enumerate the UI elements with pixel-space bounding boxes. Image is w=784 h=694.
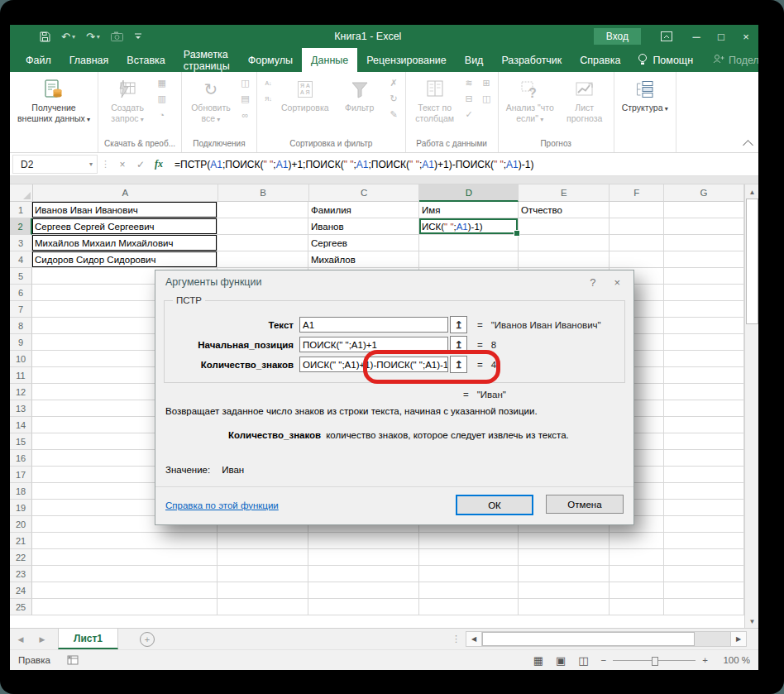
- cell-E21[interactable]: [519, 533, 610, 549]
- cell-B21[interactable]: [218, 533, 308, 549]
- cell-G14[interactable]: [664, 417, 744, 433]
- zoom-level[interactable]: 100 %: [720, 655, 750, 665]
- reapply-filter-icon[interactable]: ↻: [387, 93, 401, 105]
- page-break-view-icon[interactable]: ◫: [578, 654, 588, 667]
- properties-icon[interactable]: ▤: [238, 93, 252, 105]
- horizontal-scrollbar[interactable]: ◀ ▶: [466, 629, 747, 649]
- collapse-dialog-icon[interactable]: ↥: [450, 356, 467, 373]
- cell-D3[interactable]: [419, 235, 519, 251]
- ribbon-button-forecast-sheet[interactable]: Листпрогноза: [560, 74, 610, 123]
- cell-F2[interactable]: [610, 218, 664, 235]
- cell-G21[interactable]: [664, 533, 744, 549]
- save-icon[interactable]: [40, 31, 50, 42]
- cell-G5[interactable]: [664, 268, 744, 285]
- cell-A2[interactable]: Сергеев Сергей Сергеевич: [32, 218, 218, 235]
- cell-C4[interactable]: Михайлов: [308, 251, 419, 268]
- cell-F23[interactable]: [610, 566, 664, 582]
- maximize-button[interactable]: □: [709, 25, 734, 48]
- cell-G12[interactable]: [664, 384, 744, 400]
- from-table-icon[interactable]: ▥: [155, 93, 169, 105]
- ribbon-button-filter[interactable]: Фильтр: [335, 74, 385, 113]
- cell-B22[interactable]: [218, 549, 308, 566]
- cell-G22[interactable]: [664, 549, 744, 566]
- cell-C2[interactable]: Иванов: [308, 218, 419, 235]
- row-header-11[interactable]: 11: [10, 367, 32, 384]
- cell-D22[interactable]: [419, 549, 519, 566]
- row-header-19[interactable]: 19: [10, 500, 32, 516]
- collapse-dialog-icon[interactable]: ↥: [450, 336, 467, 353]
- consolidate-icon[interactable]: ⊞: [480, 77, 494, 89]
- cell-G8[interactable]: [664, 318, 744, 334]
- cell-G24[interactable]: [664, 582, 744, 599]
- row-header-6[interactable]: 6: [10, 285, 32, 301]
- cell-C3[interactable]: Сергеев: [308, 235, 419, 251]
- cell-G20[interactable]: [664, 516, 744, 533]
- insert-function-button[interactable]: fx: [150, 158, 168, 170]
- row-header-14[interactable]: 14: [10, 417, 32, 433]
- redo-dropdown-icon[interactable]: ▾: [97, 33, 100, 41]
- cancel-entry-button[interactable]: ×: [113, 159, 131, 170]
- tab-formulas[interactable]: Формулы: [239, 48, 302, 72]
- cell-G3[interactable]: [664, 235, 744, 251]
- clear-filter-icon[interactable]: ✗: [387, 77, 401, 89]
- cell-E3[interactable]: [519, 235, 610, 251]
- cell-A21[interactable]: [32, 533, 218, 549]
- undo-button[interactable]: ↶▾: [61, 31, 75, 43]
- customize-qat-button[interactable]: [134, 32, 142, 41]
- argument-input-char-count[interactable]: ОИСК(" ";A1)+1)-ПОИСК(" ";A1)-1: [299, 357, 448, 372]
- cell-C1[interactable]: Фамилия: [308, 202, 419, 218]
- column-header-C[interactable]: C: [309, 184, 420, 202]
- row-header-16[interactable]: 16: [10, 450, 32, 467]
- cell-F22[interactable]: [610, 549, 664, 566]
- cell-D21[interactable]: [419, 533, 519, 549]
- cell-G23[interactable]: [664, 566, 744, 582]
- cell-G15[interactable]: [664, 433, 744, 450]
- tab-splitter-handle[interactable]: ⋮: [447, 634, 466, 644]
- cell-G25[interactable]: [664, 599, 744, 615]
- cell-G18[interactable]: [664, 483, 744, 500]
- cell-G7[interactable]: [664, 301, 744, 318]
- dialog-close-icon[interactable]: ×: [614, 276, 620, 289]
- sort-ascending-icon[interactable]: А↓: [261, 77, 275, 89]
- ok-button[interactable]: ОК: [456, 495, 533, 515]
- cell-G6[interactable]: [664, 285, 744, 301]
- sort-descending-icon[interactable]: Я↓: [261, 93, 275, 105]
- cell-G10[interactable]: [664, 351, 744, 367]
- flash-fill-icon[interactable]: ≋: [462, 77, 476, 89]
- tab-file[interactable]: Файл: [17, 48, 60, 72]
- zoom-slider-thumb[interactable]: [652, 657, 658, 666]
- cell-F21[interactable]: [610, 533, 664, 549]
- tab-page-layout[interactable]: Разметка страницы: [174, 48, 239, 72]
- argument-input-text[interactable]: A1: [299, 317, 448, 333]
- cell-E1[interactable]: Отчество: [519, 202, 610, 218]
- row-header-20[interactable]: 20: [10, 516, 32, 533]
- cell-A23[interactable]: [32, 566, 218, 582]
- ribbon-display-options-icon[interactable]: [654, 25, 679, 48]
- cell-A3[interactable]: Михайлов Михаил Михайлович: [32, 235, 218, 251]
- cell-G19[interactable]: [664, 500, 744, 516]
- row-header-12[interactable]: 12: [10, 384, 32, 400]
- row-header-25[interactable]: 25: [10, 599, 32, 615]
- cell-C24[interactable]: [308, 582, 419, 599]
- zoom-slider[interactable]: [613, 660, 696, 661]
- advanced-filter-icon[interactable]: ✎: [387, 108, 401, 121]
- row-header-23[interactable]: 23: [10, 566, 32, 582]
- scroll-down-icon[interactable]: ▼: [749, 614, 756, 628]
- cell-B23[interactable]: [218, 566, 308, 582]
- relationships-icon[interactable]: ◫: [480, 93, 494, 105]
- cell-G4[interactable]: [664, 251, 744, 268]
- row-header-7[interactable]: 7: [10, 301, 32, 318]
- cell-G9[interactable]: [664, 334, 744, 351]
- column-header-E[interactable]: E: [519, 184, 610, 202]
- horizontal-scrollbar-thumb[interactable]: [482, 632, 695, 646]
- ribbon-button-text-to-columns[interactable]: Текст постолбцам: [410, 74, 460, 123]
- cell-C21[interactable]: [308, 533, 419, 549]
- function-help-link[interactable]: Справка по этой функции: [165, 500, 279, 510]
- cell-D23[interactable]: [419, 566, 519, 582]
- cell-F3[interactable]: [610, 235, 664, 251]
- tab-insert[interactable]: Вставка: [117, 48, 174, 72]
- column-header-G[interactable]: G: [664, 184, 744, 202]
- cell-E2[interactable]: [519, 218, 610, 235]
- data-validation-icon[interactable]: ✓: [462, 108, 476, 121]
- connections-icon[interactable]: ◫: [238, 77, 252, 89]
